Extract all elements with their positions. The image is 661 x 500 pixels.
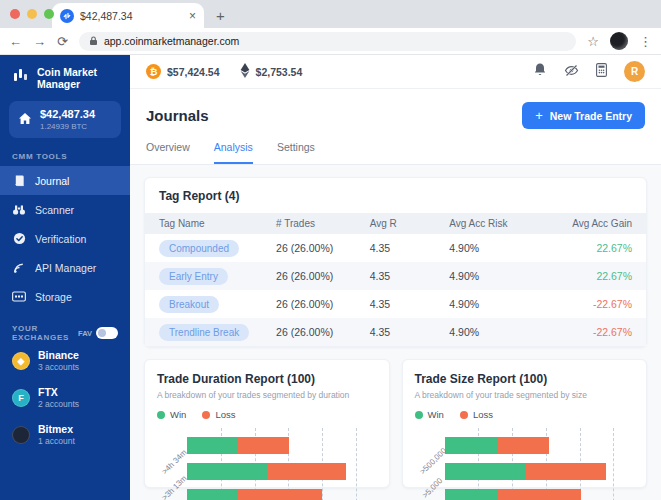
avg-acc-risk-cell: 4.90%	[449, 242, 547, 254]
exchange-info: FTX2 accounts	[38, 386, 79, 409]
app-logo[interactable]: Coin Market Manager	[0, 66, 130, 90]
chart-plot: >500,000>5,000>5,000>5000>5000	[415, 432, 635, 500]
exchange-item-bitmex[interactable]: Bitmex1 account	[0, 416, 130, 453]
site-favicon-icon	[60, 9, 74, 23]
browser-toolbar: ← → ⟳ app.coinmarketmanager.com ☆ ⋮	[0, 28, 661, 55]
tag-report-card: Tag Report (4) Tag Name# TradesAvg RAvg …	[144, 177, 647, 347]
table-row[interactable]: Early Entry26 (26.00%)4.354.90%22.67%	[145, 262, 646, 290]
table-row[interactable]: Compounded26 (26.00%)4.354.90%22.67%	[145, 234, 646, 262]
hide-balances-eye-off-icon[interactable]	[564, 63, 579, 81]
avg-acc-gain-cell: 22.67%	[548, 270, 632, 282]
trades-cell: 26 (26.00%)	[276, 242, 370, 254]
cmm-tools-label: CMM TOOLS	[12, 152, 118, 161]
exchange-accounts: 1 account	[38, 436, 75, 446]
trades-cell: 26 (26.00%)	[276, 326, 370, 338]
page-header: Journals + New Trade Entry OverviewAnaly…	[130, 89, 661, 165]
bitmex-icon	[12, 426, 30, 444]
tag-pill[interactable]: Compounded	[159, 240, 239, 257]
sidebar-item-storage[interactable]: Storage	[0, 282, 130, 311]
legend-item-win[interactable]: Win	[415, 409, 444, 420]
column-header: Avg Acc Gain	[548, 218, 632, 229]
window-close-button[interactable]	[10, 9, 20, 19]
win-segment	[187, 463, 267, 480]
calculator-icon[interactable]	[596, 63, 607, 81]
tab-overview[interactable]: Overview	[146, 141, 190, 164]
browser-tab[interactable]: $42,487.34 ×	[52, 3, 204, 28]
chart-bar-row: >500,000	[445, 432, 635, 458]
tab-close-icon[interactable]: ×	[189, 10, 196, 22]
home-icon	[18, 111, 32, 129]
address-bar[interactable]: app.coinmarketmanager.com	[79, 32, 576, 51]
journal-tabs: OverviewAnalysisSettings	[146, 141, 645, 164]
window-minimize-button[interactable]	[27, 9, 37, 19]
portfolio-balance-card[interactable]: $42,487.34 1.24939 BTC	[9, 101, 121, 138]
tag-pill[interactable]: Breakout	[159, 296, 219, 313]
ftx-icon: F	[12, 389, 30, 407]
balance-btc: 1.24939 BTC	[40, 122, 95, 131]
table-row[interactable]: Trendline Break26 (26.00%)4.354.90%-22.6…	[145, 318, 646, 346]
bar-track	[445, 463, 635, 480]
back-icon[interactable]: ←	[9, 35, 22, 48]
loss-segment	[267, 463, 347, 480]
notifications-bell-icon[interactable]	[533, 62, 547, 81]
lock-icon	[89, 36, 98, 46]
fav-toggle[interactable]	[96, 327, 118, 339]
new-tab-button[interactable]: +	[216, 7, 225, 28]
exchange-item-ftx[interactable]: FFTX2 accounts	[0, 379, 130, 416]
bookmark-star-icon[interactable]: ☆	[587, 35, 599, 48]
loss-segment	[238, 437, 289, 454]
tab-title: $42,487.34	[80, 10, 183, 22]
win-dot-icon	[157, 411, 165, 419]
chart-bar-row: >2h 52m	[187, 484, 377, 500]
avg-acc-gain-cell: 22.67%	[548, 242, 632, 254]
table-row[interactable]: Breakout26 (26.00%)4.354.90%-22.67%	[145, 290, 646, 318]
window-zoom-button[interactable]	[44, 9, 54, 19]
legend-item-win[interactable]: Win	[157, 409, 186, 420]
legend-item-loss[interactable]: Loss	[460, 409, 493, 420]
tab-settings[interactable]: Settings	[277, 141, 315, 164]
sidebar-item-api-manager[interactable]: API Manager	[0, 253, 130, 282]
legend-item-loss[interactable]: Loss	[202, 409, 235, 420]
sidebar: Coin Market Manager $42,487.34 1.24939 B…	[0, 55, 130, 500]
ethereum-icon	[240, 63, 250, 80]
avg-acc-gain-cell: -22.67%	[548, 298, 632, 310]
your-exchanges-header: YOUR EXCHANGES FAV	[0, 324, 130, 342]
trade-size-report-card: Trade Size Report (100) A breakdown of y…	[402, 359, 648, 488]
loss-segment	[498, 489, 581, 500]
win-segment	[445, 437, 498, 454]
tag-cell: Trendline Break	[159, 324, 276, 341]
forward-icon[interactable]: →	[33, 35, 46, 48]
column-header: Avg Acc Risk	[449, 218, 547, 229]
tab-analysis[interactable]: Analysis	[214, 141, 253, 164]
loss-segment	[238, 489, 321, 500]
browser-menu-icon[interactable]: ⋮	[639, 35, 652, 48]
tag-report-title: Tag Report (4)	[145, 189, 646, 203]
fav-label: FAV	[78, 329, 92, 338]
main-area: ₿ $57,424.54 $2,753.54 R	[130, 55, 661, 500]
chart-bar-row: >5,000	[445, 484, 635, 500]
new-trade-entry-button[interactable]: + New Trade Entry	[522, 102, 645, 129]
chart-title: Trade Size Report (100)	[415, 372, 635, 386]
category-label: >5,000	[418, 476, 444, 500]
sidebar-item-journal[interactable]: Journal	[0, 166, 130, 195]
chart-title: Trade Duration Report (100)	[157, 372, 377, 386]
sidebar-item-verification[interactable]: Verification	[0, 224, 130, 253]
tag-pill[interactable]: Trendline Break	[159, 324, 249, 341]
balance-usd: $42,487.34	[40, 108, 95, 120]
chart-bar-row: >5,000	[445, 458, 635, 484]
tag-pill[interactable]: Early Entry	[159, 268, 228, 285]
exchange-list: ◆Binance3 accountsFFTX2 accountsBitmex1 …	[0, 342, 130, 453]
win-segment	[187, 437, 238, 454]
exchange-item-binance[interactable]: ◆Binance3 accounts	[0, 342, 130, 379]
avg-r-cell: 4.35	[370, 270, 450, 282]
user-avatar[interactable]: R	[624, 61, 645, 82]
chart-bar-row: >3h 13m	[187, 458, 377, 484]
reload-icon[interactable]: ⟳	[57, 35, 68, 48]
tag-cell: Compounded	[159, 240, 276, 257]
bar-track	[445, 437, 635, 454]
window-controls[interactable]	[10, 9, 54, 19]
url-text: app.coinmarketmanager.com	[104, 35, 239, 47]
browser-profile-avatar[interactable]	[610, 32, 628, 50]
sidebar-item-label: API Manager	[35, 262, 96, 274]
sidebar-item-scanner[interactable]: Scanner	[0, 195, 130, 224]
